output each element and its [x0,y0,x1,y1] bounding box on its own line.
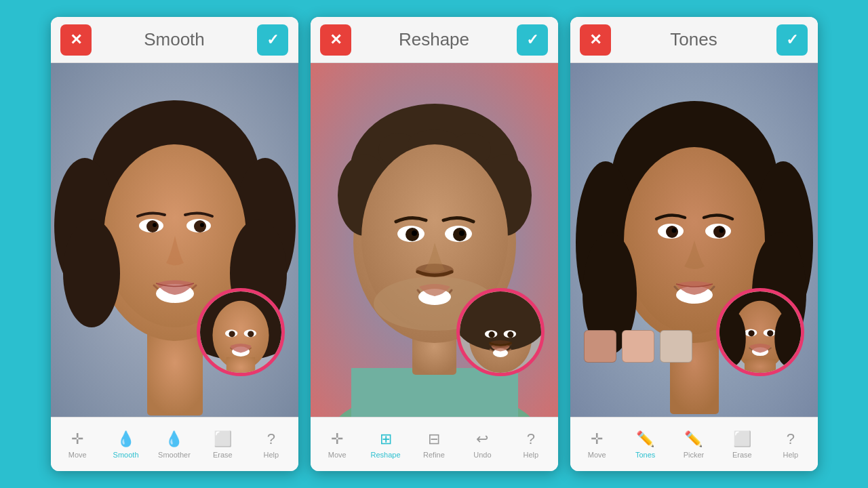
smooth-tool-move[interactable]: ✛ Move [60,430,95,459]
swatch-1[interactable] [584,330,616,363]
svg-point-10 [194,220,206,232]
svg-point-24 [248,331,254,337]
svg-point-53 [488,331,494,338]
erase-label: Erase [213,451,233,459]
tones-panel: ✕ Tones ✓ [570,17,818,471]
close-icon: ✕ [70,31,82,49]
smooth-thumbnail [197,288,285,376]
close-icon: ✕ [330,31,342,49]
svg-point-67 [713,226,726,238]
tones-thumbnail [716,288,804,376]
smooth-check-button[interactable]: ✓ [257,24,288,56]
smooth-title: Smooth [144,29,205,50]
smooth-tool-smoother[interactable]: 💧 Smoother [157,430,192,459]
svg-point-54 [507,331,513,338]
svg-point-23 [229,331,235,337]
picker-label: Picker [684,451,705,459]
swatch-3[interactable] [660,330,692,363]
tones-close-button[interactable]: ✕ [580,24,611,56]
svg-point-80 [748,330,754,336]
svg-point-9 [146,220,159,232]
picker-icon: ✏️ [684,430,703,448]
help-label: Help [523,451,538,459]
reshape-tool-reshape[interactable]: ⊞ Reshape [368,430,403,459]
svg-rect-77 [744,359,775,373]
move-icon: ✛ [331,430,343,448]
tones-check-button[interactable]: ✓ [776,24,808,56]
erase-label: Erase [732,451,752,459]
reshape-thumbnail [456,288,545,376]
tones-thumb-face [719,291,801,373]
tones-icon: ✏️ [636,430,654,448]
swatch-2[interactable] [622,330,654,363]
refine-icon: ⊟ [428,430,440,448]
smooth-panel: ✕ Smooth ✓ [51,17,298,471]
tones-header: ✕ Tones ✓ [570,17,818,63]
tones-title: Tones [670,29,717,50]
move-label: Move [68,451,87,459]
refine-label: Refine [423,451,445,459]
smooth-toolbar: ✛ Move 💧 Smooth 💧 Smoother ⬜ Erase ? Hel… [51,417,298,471]
smooth-photo-area [51,63,298,417]
tones-color-swatches [584,330,692,363]
tones-tool-help[interactable]: ? Help [773,430,808,459]
erase-icon: ⬜ [214,430,232,448]
tones-photo-area [570,63,818,417]
move-label: Move [588,451,606,459]
erase-icon: ⬜ [733,430,751,448]
svg-point-12 [200,223,204,227]
reshape-toolbar: ✛ Move ⊞ Reshape ⊟ Refine ↩ Undo ? Help [311,417,558,471]
smoother-icon: 💧 [165,430,183,448]
smooth-icon: 💧 [117,430,135,448]
reshape-tool-help[interactable]: ? Help [513,430,549,459]
tones-toolbar: ✛ Move ✏️ Tones ✏️ Picker ⬜ Erase ? Help [570,417,818,471]
svg-point-69 [719,228,724,233]
smoother-label: Smoother [158,451,191,459]
svg-point-68 [671,228,676,233]
move-label: Move [328,451,347,459]
check-icon: ✓ [786,31,798,49]
tones-label: Tones [635,451,655,459]
tones-tool-picker[interactable]: ✏️ Picker [676,430,711,459]
svg-point-66 [666,226,678,238]
reshape-tool-move[interactable]: ✛ Move [319,430,355,459]
help-icon: ? [787,430,795,448]
reshape-close-button[interactable]: ✕ [320,24,351,56]
help-label: Help [263,451,279,459]
svg-point-43 [459,230,465,236]
check-icon: ✓ [526,31,538,49]
smooth-tool-smooth[interactable]: 💧 Smooth [108,430,144,459]
svg-point-81 [767,330,773,336]
help-icon: ? [527,430,535,448]
close-icon: ✕ [589,31,601,49]
tones-tool-erase[interactable]: ⬜ Erase [724,430,760,459]
tones-tool-move[interactable]: ✛ Move [579,430,614,459]
reshape-thumb-face [460,291,541,373]
svg-rect-20 [226,357,254,373]
svg-point-14 [63,219,120,327]
reshape-tool-refine[interactable]: ⊟ Refine [416,430,452,459]
move-icon: ✛ [591,430,603,448]
svg-point-11 [153,223,157,227]
reshape-photo-area [311,63,558,417]
help-label: Help [783,451,798,459]
smooth-close-button[interactable]: ✕ [60,24,92,56]
help-icon: ? [267,430,275,448]
reshape-header: ✕ Reshape ✓ [311,17,558,63]
check-icon: ✓ [267,31,279,49]
smooth-label: Smooth [113,451,139,459]
smooth-tool-erase[interactable]: ⬜ Erase [205,430,240,459]
undo-icon: ↩ [476,430,488,448]
reshape-label: Reshape [371,451,401,459]
reshape-title: Reshape [399,29,469,50]
svg-point-42 [412,230,417,236]
reshape-check-button[interactable]: ✓ [517,24,548,56]
reshape-icon: ⊞ [380,430,392,448]
smooth-header: ✕ Smooth ✓ [51,17,298,63]
reshape-tool-undo[interactable]: ↩ Undo [465,430,500,459]
smooth-tool-help[interactable]: ? Help [254,430,289,459]
reshape-panel: ✕ Reshape ✓ [311,17,558,471]
smooth-thumb-face [200,291,281,373]
tones-tool-tones[interactable]: ✏️ Tones [628,430,663,459]
undo-label: Undo [473,451,491,459]
